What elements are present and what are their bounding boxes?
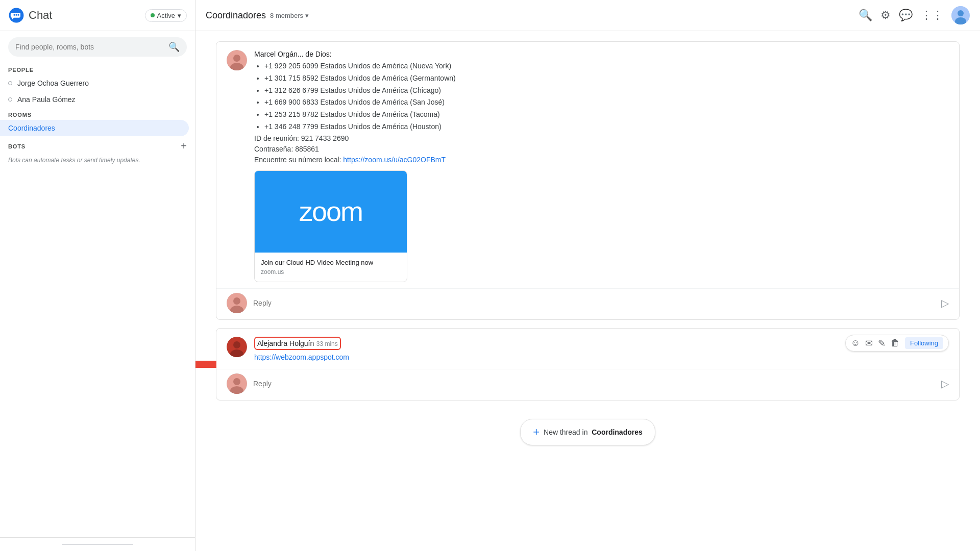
new-thread-bar: + New thread in Coordinadores: [216, 409, 960, 461]
svg-marker-13: [195, 354, 216, 374]
zoom-card[interactable]: zoom Join our Cloud HD Video Meeting now…: [254, 170, 407, 283]
message-content-2: Alejandra Holguín 33 mins https://webzoo…: [254, 337, 949, 363]
people-section-label: PEOPLE: [0, 63, 195, 75]
reply-row-2: ▷: [216, 369, 959, 400]
red-arrow-annotation: [195, 352, 216, 377]
sidebar-bottom: [0, 537, 195, 551]
list-item: +1 669 900 6833 Estados Unidos de Améric…: [264, 96, 949, 109]
presence-dot: [8, 81, 12, 85]
message-row-2: Alejandra Holguín 33 mins https://webzoo…: [216, 329, 959, 369]
svg-point-8: [233, 55, 240, 62]
sender-avatar-1: [227, 50, 247, 70]
list-item: +1 929 205 6099 Estados Unidos de Améric…: [264, 60, 949, 72]
meeting-id: ID de reunión: 921 7433 2690: [254, 133, 949, 144]
zoom-card-title: Join our Cloud HD Video Meeting now: [261, 258, 401, 268]
compose-icon[interactable]: 💬: [899, 9, 913, 22]
sender-avatar-2: [227, 337, 247, 357]
sidebar: Chat Active ▾ 🔍 PEOPLE Jorge Ochoa Guerr…: [0, 0, 195, 551]
rooms-section-label: ROOMS: [0, 108, 195, 120]
sidebar-item-coordinadores[interactable]: Coordinadores: [0, 120, 189, 136]
members-count: 8 members: [270, 12, 303, 19]
message-text-2: https://webzoom.appspot.com: [254, 352, 949, 363]
sender-name-2: Alejandra Holguín: [257, 339, 314, 347]
edit-icon[interactable]: ✎: [878, 338, 886, 349]
svg-point-18: [233, 378, 240, 385]
svg-point-5: [958, 10, 964, 16]
new-thread-label: New thread in Coordinadores: [544, 428, 643, 436]
room-name-label: Coordinadores: [8, 124, 55, 132]
red-arrow-icon: [195, 352, 216, 377]
topbar-icons: 🔍 ⚙ 💬 ⋮⋮: [859, 6, 970, 24]
local-link[interactable]: https://zoom.us/u/acG02OFBmT: [343, 156, 446, 164]
phone-list: +1 929 205 6099 Estados Unidos de Améric…: [264, 60, 949, 133]
local-link-row: Encuentre su número local: https://zoom.…: [254, 155, 949, 165]
forward-icon[interactable]: ✉: [865, 338, 873, 349]
bots-section-label: BOTS: [8, 143, 181, 149]
delete-icon[interactable]: 🗑: [891, 338, 900, 348]
zoom-card-subtitle: zoom.us: [261, 267, 401, 277]
search-input[interactable]: [15, 43, 164, 51]
reply-row-1: ▷: [216, 288, 959, 319]
reply-input-1[interactable]: [253, 299, 935, 307]
message-text-1: +1 929 205 6099 Estados Unidos de Améric…: [254, 60, 949, 282]
list-item: +1 253 215 8782 Estados Unidos de Améric…: [264, 109, 949, 121]
local-link-label: Encuentre su número local:: [254, 156, 341, 164]
status-label: Active: [157, 12, 175, 19]
chat-logo: Chat: [8, 7, 52, 23]
status-badge[interactable]: Active ▾: [145, 9, 187, 22]
new-thread-plus-icon: +: [533, 425, 540, 439]
add-bot-icon[interactable]: +: [181, 140, 187, 152]
list-item: +1 346 248 7799 Estados Unidos de Améric…: [264, 121, 949, 133]
zoom-logo: zoom: [299, 191, 362, 232]
send-icon-1[interactable]: ▷: [941, 297, 949, 309]
reply-avatar-1: [227, 293, 247, 313]
message-header-2: Alejandra Holguín 33 mins: [254, 337, 949, 350]
chat-logo-icon: [8, 7, 24, 23]
following-button[interactable]: Following: [905, 337, 943, 349]
list-item: +1 301 715 8592 Estados Unidos de Améric…: [264, 72, 949, 85]
sidebar-item-label: Jorge Ochoa Guerrero: [17, 79, 89, 87]
room-title: Coordinadores: [206, 10, 266, 21]
bots-section: BOTS +: [0, 136, 195, 154]
topbar: Coordinadores 8 members ▾ 🔍 ⚙ 💬 ⋮⋮: [195, 0, 980, 31]
sidebar-header: Chat Active ▾: [0, 0, 195, 31]
message-content-1: Marcel Orgán... de Dios: +1 929 205 6099…: [254, 50, 949, 282]
thread-block-2: Alejandra Holguín 33 mins https://webzoo…: [216, 328, 960, 400]
message-link-2[interactable]: https://webzoom.appspot.com: [254, 353, 349, 361]
new-thread-button[interactable]: + New thread in Coordinadores: [520, 419, 655, 445]
thread-block-1: Marcel Orgán... de Dios: +1 929 205 6099…: [216, 41, 960, 320]
search-icon[interactable]: 🔍: [168, 41, 180, 53]
list-item: +1 312 626 6799 Estados Unidos de Améric…: [264, 85, 949, 97]
password: Contraseña: 885861: [254, 144, 949, 155]
zoom-card-body: Join our Cloud HD Video Meeting now zoom…: [255, 253, 407, 282]
search-bar[interactable]: 🔍: [8, 37, 187, 57]
message-header-1: Marcel Orgán... de Dios:: [254, 50, 949, 58]
chevron-down-icon: ▾: [178, 12, 181, 19]
app-title: Chat: [29, 9, 52, 22]
members-badge[interactable]: 8 members ▾: [270, 12, 309, 19]
members-chevron-icon: ▾: [305, 12, 309, 19]
sidebar-item-label: Ana Paula Gómez: [17, 95, 76, 104]
bots-description: Bots can automate tasks or send timely u…: [0, 154, 195, 169]
sidebar-item-jorge[interactable]: Jorge Ochoa Guerrero: [0, 75, 189, 91]
send-icon-2[interactable]: ▷: [941, 378, 949, 390]
chat-area: Marcel Orgán... de Dios: +1 929 205 6099…: [195, 31, 980, 551]
sidebar-bottom-line: [62, 544, 133, 545]
svg-point-2: [15, 14, 17, 16]
message-time-2: 33 mins: [316, 340, 338, 347]
message-actions-2: ☺ ✉ ✎ 🗑 Following: [845, 335, 949, 352]
message-row-1: Marcel Orgán... de Dios: +1 929 205 6099…: [216, 42, 959, 288]
sender-name-1: Marcel Orgán... de Dios:: [254, 50, 332, 58]
grid-icon[interactable]: ⋮⋮: [921, 9, 943, 22]
reply-input-2[interactable]: [253, 380, 935, 388]
zoom-card-image: zoom: [255, 171, 407, 253]
active-dot: [151, 13, 155, 17]
svg-point-11: [233, 297, 240, 305]
emoji-reaction-icon[interactable]: ☺: [851, 338, 860, 348]
svg-point-15: [233, 341, 240, 348]
sidebar-item-ana[interactable]: Ana Paula Gómez: [0, 91, 189, 108]
user-avatar[interactable]: [951, 6, 970, 24]
search-topbar-icon[interactable]: 🔍: [859, 9, 872, 22]
svg-point-3: [17, 14, 19, 16]
settings-icon[interactable]: ⚙: [880, 9, 891, 22]
